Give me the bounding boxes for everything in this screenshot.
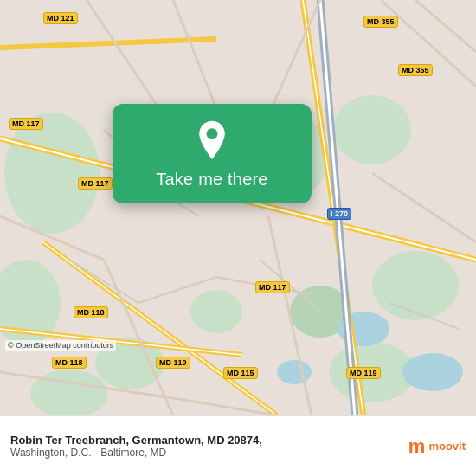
svg-point-1: [4, 113, 100, 234]
road-label-md115: MD 115: [223, 367, 258, 379]
take-me-there-button[interactable]: Take me there: [156, 170, 267, 190]
address-line2: Washington, D.C. - Baltimore, MD: [10, 447, 408, 459]
road-label-md117-1: MD 117: [9, 118, 43, 130]
road-label-md118-2: MD 118: [52, 357, 87, 369]
svg-point-4: [333, 95, 411, 164]
road-label-md355-2: MD 355: [398, 64, 433, 76]
osm-attribution: © OpenStreetMap contributors: [5, 340, 116, 351]
svg-point-12: [402, 353, 463, 391]
svg-point-5: [372, 251, 459, 320]
road-label-md355-1: MD 355: [363, 16, 398, 28]
address-line1: Robin Ter Treebranch, Germantown, MD 208…: [10, 434, 408, 447]
road-label-md119-2: MD 119: [346, 367, 381, 379]
road-label-i270: I 270: [327, 208, 351, 220]
road-label-md118: MD 118: [74, 306, 108, 318]
road-label-md121: MD 121: [43, 12, 78, 24]
info-bar: Robin Ter Treebranch, Germantown, MD 208…: [0, 415, 476, 476]
svg-point-13: [277, 360, 312, 384]
svg-point-7: [190, 290, 242, 333]
overlay-panel: Take me there: [113, 104, 312, 203]
road-label-md117-3: MD 117: [255, 281, 290, 293]
moovit-m-letter: m: [408, 437, 426, 456]
moovit-text: moovit: [428, 440, 466, 453]
road-label-md117-2: MD 117: [78, 177, 113, 190]
map-svg: [0, 0, 476, 415]
map-container: MD 121 MD 355 MD 355 MD 117 MD 117 MD 11…: [0, 0, 476, 415]
address-block: Robin Ter Treebranch, Germantown, MD 208…: [10, 434, 408, 459]
svg-point-45: [207, 128, 218, 139]
moovit-logo: m moovit: [408, 437, 466, 456]
location-pin-icon: [191, 119, 233, 161]
road-label-md119: MD 119: [156, 357, 190, 369]
